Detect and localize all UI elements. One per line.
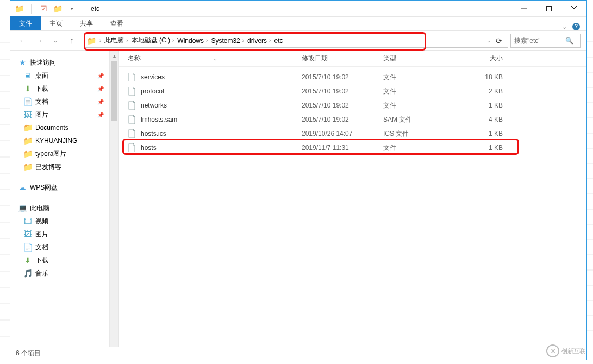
recent-dropdown-icon[interactable]: ⌵ bbox=[48, 34, 63, 48]
sidebar: ★快速访问 🖥桌面📌 ⬇下载📌 📄文档📌 🖼图片📌 📁Documents 📁KY… bbox=[10, 51, 119, 347]
file-row[interactable]: hosts2019/11/7 11:31文件1 KB bbox=[119, 141, 586, 155]
breadcrumb-label: etc bbox=[274, 37, 283, 45]
search-box[interactable]: 🔍 bbox=[510, 34, 581, 48]
chevron-right-icon[interactable]: › bbox=[206, 37, 208, 43]
quick-access-toolbar: 📁 ☑ 📁 ▾ bbox=[10, 4, 80, 14]
folder-icon: 📁 bbox=[23, 136, 32, 145]
sidebar-item-downloads2[interactable]: ⬇下载 bbox=[10, 254, 109, 267]
column-date[interactable]: 修改日期 bbox=[302, 54, 383, 63]
star-icon: ★ bbox=[18, 58, 27, 67]
sidebar-item-blog[interactable]: 📁已发博客 bbox=[10, 160, 109, 173]
sidebar-item-video[interactable]: 🎞视频 bbox=[10, 215, 109, 228]
chevron-right-icon[interactable]: › bbox=[126, 37, 128, 43]
sort-indicator-icon: ⌵ bbox=[214, 55, 217, 61]
file-row[interactable]: hosts.ics2019/10/26 14:07ICS 文件1 KB bbox=[119, 127, 586, 141]
breadcrumb-segment[interactable]: 此电脑› bbox=[104, 36, 128, 45]
breadcrumb-segment[interactable]: Windows› bbox=[177, 37, 208, 45]
forward-button[interactable]: → bbox=[32, 34, 46, 48]
maximize-button[interactable] bbox=[536, 1, 561, 17]
chevron-right-icon[interactable]: › bbox=[242, 37, 244, 43]
sidebar-item-label: 视频 bbox=[35, 217, 48, 226]
sidebar-item-label: 此电脑 bbox=[30, 204, 49, 213]
window-controls bbox=[511, 1, 586, 17]
item-count: 6 个项目 bbox=[16, 349, 41, 358]
sidebar-item-music[interactable]: 🎵音乐 bbox=[10, 267, 109, 280]
back-button[interactable]: ← bbox=[16, 34, 30, 48]
breadcrumb-segment[interactable]: 本地磁盘 (C:)› bbox=[132, 36, 174, 45]
file-name: hosts.ics bbox=[141, 130, 166, 137]
sidebar-item-documents-folder[interactable]: 📁Documents bbox=[10, 121, 109, 134]
file-name: lmhosts.sam bbox=[141, 116, 177, 123]
file-size: 18 KB bbox=[459, 73, 503, 81]
tab-view[interactable]: 查看 bbox=[102, 16, 132, 30]
sidebar-item-downloads[interactable]: ⬇下载📌 bbox=[10, 82, 109, 95]
file-date: 2015/7/10 19:02 bbox=[302, 102, 383, 109]
sidebar-item-label: 文档 bbox=[35, 243, 48, 252]
breadcrumb-segment[interactable]: drivers› bbox=[247, 37, 271, 45]
picture-icon: 🖼 bbox=[23, 110, 32, 119]
sidebar-item-documents[interactable]: 📄文档📌 bbox=[10, 95, 109, 108]
folder-icon: 📁 bbox=[23, 123, 32, 132]
breadcrumb-label: Windows bbox=[177, 37, 204, 45]
separator bbox=[83, 4, 83, 14]
address-bar[interactable]: 📁 › 此电脑› 本地磁盘 (C:)› Windows› System32› d… bbox=[84, 34, 508, 48]
download-icon: ⬇ bbox=[23, 84, 32, 93]
sidebar-item-label: typora图片 bbox=[35, 149, 66, 159]
file-size: 4 KB bbox=[459, 116, 503, 123]
sidebar-item-quick-access[interactable]: ★快速访问 bbox=[10, 56, 109, 69]
sidebar-item-desktop[interactable]: 🖥桌面📌 bbox=[10, 69, 109, 82]
search-icon[interactable]: 🔍 bbox=[565, 37, 573, 45]
file-row[interactable]: networks2015/7/10 19:02文件1 KB bbox=[119, 98, 586, 112]
file-icon bbox=[128, 129, 136, 138]
qat-dropdown-icon[interactable]: ▾ bbox=[67, 4, 76, 13]
refresh-icon[interactable]: ⟳ bbox=[496, 36, 502, 45]
chevron-right-icon[interactable]: › bbox=[99, 37, 101, 43]
file-row[interactable]: services2015/7/10 19:02文件18 KB bbox=[119, 70, 586, 84]
close-button[interactable] bbox=[561, 1, 586, 17]
file-row[interactable]: protocol2015/7/10 19:02文件2 KB bbox=[119, 84, 586, 98]
chevron-right-icon[interactable]: › bbox=[269, 37, 271, 43]
file-date: 2019/10/26 14:07 bbox=[302, 130, 383, 137]
sidebar-item-pictures2[interactable]: 🖼图片 bbox=[10, 228, 109, 241]
breadcrumb-segment[interactable]: etc bbox=[274, 37, 283, 45]
minimize-button[interactable] bbox=[511, 1, 536, 17]
breadcrumb-label: 此电脑 bbox=[104, 36, 124, 45]
file-date: 2015/7/10 19:02 bbox=[302, 116, 383, 123]
sidebar-item-kyhuanjing[interactable]: 📁KYHUANJING bbox=[10, 134, 109, 147]
checkbox-icon[interactable]: ☑ bbox=[39, 4, 48, 13]
chevron-right-icon[interactable]: › bbox=[172, 37, 174, 43]
breadcrumb-segment[interactable]: System32› bbox=[211, 37, 244, 45]
column-type[interactable]: 类型 bbox=[383, 54, 459, 63]
file-row[interactable]: lmhosts.sam2015/7/10 19:02SAM 文件4 KB bbox=[119, 112, 586, 127]
status-bar: 6 个项目 bbox=[10, 347, 586, 360]
music-icon: 🎵 bbox=[23, 269, 32, 278]
title-bar: 📁 ☑ 📁 ▾ etc bbox=[10, 1, 586, 17]
file-icon bbox=[128, 87, 136, 96]
sidebar-item-documents2[interactable]: 📄文档 bbox=[10, 241, 109, 254]
column-name[interactable]: 名称⌵ bbox=[128, 54, 302, 63]
address-dropdown-icon[interactable]: ⌵ bbox=[487, 37, 490, 43]
help-icon[interactable]: ? bbox=[572, 23, 580, 30]
column-size[interactable]: 大小 bbox=[459, 54, 503, 63]
explorer-body: ★快速访问 🖥桌面📌 ⬇下载📌 📄文档📌 🖼图片📌 📁Documents 📁KY… bbox=[10, 51, 586, 347]
tab-file[interactable]: 文件 bbox=[10, 16, 41, 30]
sidebar-item-pictures[interactable]: 🖼图片📌 bbox=[10, 108, 109, 121]
search-input[interactable] bbox=[514, 37, 563, 45]
sidebar-item-wps[interactable]: ☁WPS网盘 bbox=[10, 181, 109, 194]
sidebar-item-this-pc[interactable]: 💻此电脑 bbox=[10, 202, 109, 215]
sidebar-scrollbar[interactable]: ▴ bbox=[109, 51, 118, 347]
scroll-thumb[interactable] bbox=[111, 61, 117, 121]
file-size: 2 KB bbox=[459, 87, 503, 95]
file-name: services bbox=[141, 73, 165, 81]
up-button[interactable]: ↑ bbox=[65, 34, 79, 48]
sidebar-item-typora[interactable]: 📁typora图片 bbox=[10, 147, 109, 160]
file-date: 2019/11/7 11:31 bbox=[302, 144, 383, 152]
sidebar-item-label: 下载 bbox=[35, 84, 48, 93]
file-type: 文件 bbox=[383, 143, 459, 153]
file-size: 1 KB bbox=[459, 144, 503, 152]
tab-share[interactable]: 共享 bbox=[71, 16, 102, 30]
sidebar-item-label: 图片 bbox=[35, 230, 48, 239]
tab-home[interactable]: 主页 bbox=[41, 16, 71, 30]
ribbon-expand-icon[interactable]: ⌵ bbox=[563, 24, 566, 30]
scroll-up-icon[interactable]: ▴ bbox=[113, 52, 116, 60]
